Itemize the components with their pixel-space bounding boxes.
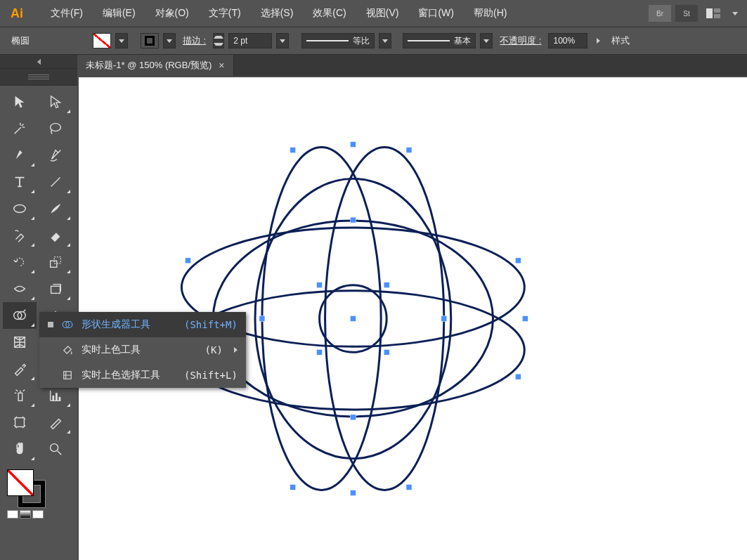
svg-rect-30 xyxy=(350,142,356,148)
slice-tool[interactable] xyxy=(39,409,72,436)
svg-point-24 xyxy=(325,148,444,490)
type-tool[interactable] xyxy=(3,169,37,195)
lasso-tool[interactable] xyxy=(39,115,72,142)
toolbox-collapse-icon[interactable] xyxy=(0,55,77,69)
app-logo-icon: Ai xyxy=(6,4,28,22)
flyout-item-shortcut: (Shift+L) xyxy=(167,370,238,381)
flyout-item-shortcut: (K) xyxy=(188,344,223,356)
zoom-tool[interactable] xyxy=(39,436,72,462)
svg-rect-42 xyxy=(384,349,389,355)
flyout-shape-builder[interactable]: 形状生成器工具 (Shift+M) xyxy=(39,312,246,337)
svg-line-4 xyxy=(51,178,60,187)
document-tabbar: 未标题-1* @ 150% (RGB/预览) × xyxy=(77,55,747,76)
menu-effect[interactable]: 效果(C) xyxy=(303,7,356,20)
svg-rect-45 xyxy=(290,484,296,490)
svg-rect-46 xyxy=(406,484,412,490)
artboard-tool[interactable] xyxy=(3,409,37,436)
live-paint-selection-icon xyxy=(60,369,74,382)
scale-tool[interactable] xyxy=(39,249,72,275)
svg-rect-37 xyxy=(350,217,356,223)
svg-rect-44 xyxy=(406,148,412,153)
brush-definition[interactable]: 基本 xyxy=(403,33,476,48)
line-tool[interactable] xyxy=(39,169,72,195)
control-bar: 椭圆 描边 : 2 pt 等比 基本 不透明度 : 100% 样式 xyxy=(0,27,747,55)
svg-rect-7 xyxy=(54,257,60,263)
svg-rect-43 xyxy=(290,148,296,153)
color-mode-icon[interactable] xyxy=(7,510,18,519)
svg-rect-39 xyxy=(317,282,323,288)
menu-window[interactable]: 窗口(W) xyxy=(408,7,464,20)
opacity-more[interactable] xyxy=(592,33,604,48)
shape-builder-tool[interactable] xyxy=(3,302,37,329)
svg-rect-50 xyxy=(515,374,521,379)
width-tool[interactable] xyxy=(3,275,37,302)
menu-object[interactable]: 对象(O) xyxy=(145,7,199,20)
submenu-caret-icon xyxy=(234,347,238,353)
svg-rect-6 xyxy=(51,261,57,267)
selected-shape-label: 椭圆 xyxy=(11,34,53,47)
menu-view[interactable]: 视图(V) xyxy=(356,7,409,20)
svg-rect-40 xyxy=(384,282,389,288)
svg-rect-38 xyxy=(350,415,356,420)
menu-edit[interactable]: 编辑(E) xyxy=(93,7,145,20)
arrange-documents-icon[interactable] xyxy=(702,5,725,22)
paintbrush-tool[interactable] xyxy=(39,195,72,222)
fill-swatch[interactable] xyxy=(93,33,111,48)
svg-rect-17 xyxy=(18,393,22,401)
hand-tool[interactable] xyxy=(3,436,37,462)
rotate-tool[interactable] xyxy=(3,249,37,275)
close-tab-icon[interactable]: × xyxy=(219,60,224,71)
menu-type[interactable]: 文字(T) xyxy=(199,7,251,20)
mesh-tool[interactable] xyxy=(3,329,37,356)
fill-stroke-indicator[interactable] xyxy=(0,465,77,519)
stroke-dropdown[interactable] xyxy=(163,33,176,48)
variable-width-dropdown[interactable] xyxy=(379,33,391,48)
arrange-dropdown[interactable] xyxy=(729,6,741,21)
gradient-mode-icon[interactable] xyxy=(20,510,31,519)
live-paint-bucket-icon xyxy=(60,344,74,356)
fill-color-box[interactable] xyxy=(7,469,34,496)
style-label[interactable]: 样式 xyxy=(611,34,630,47)
document-tab-title: 未标题-1* @ 150% (RGB/预览) xyxy=(86,59,212,72)
menu-help[interactable]: 帮助(H) xyxy=(464,7,517,20)
eraser-tool[interactable] xyxy=(39,222,72,249)
bridge-icon[interactable]: Br xyxy=(649,5,671,22)
document-tab[interactable]: 未标题-1* @ 150% (RGB/预览) × xyxy=(77,55,234,76)
pen-tool[interactable] xyxy=(3,142,37,169)
ellipse-tool[interactable] xyxy=(3,195,37,222)
flyout-live-paint-bucket[interactable]: 实时上色工具 (K) xyxy=(39,337,246,363)
menu-file[interactable]: 文件(F) xyxy=(41,7,93,20)
svg-point-22 xyxy=(51,444,58,452)
svg-rect-20 xyxy=(59,397,61,401)
none-mode-icon[interactable] xyxy=(32,510,44,519)
active-bullet-icon xyxy=(48,322,53,327)
svg-rect-31 xyxy=(350,490,356,495)
stroke-weight-input[interactable]: 2 pt xyxy=(228,33,272,48)
svg-rect-18 xyxy=(52,396,54,401)
direct-selection-tool[interactable] xyxy=(39,89,72,115)
menu-select[interactable]: 选择(S) xyxy=(251,7,304,20)
curvature-tool[interactable] xyxy=(39,142,72,169)
stroke-label: 描边 : xyxy=(183,34,206,47)
stroke-swatch[interactable] xyxy=(141,33,159,48)
magic-wand-tool[interactable] xyxy=(3,115,37,142)
opacity-input[interactable]: 100% xyxy=(548,33,587,48)
brush-dropdown[interactable] xyxy=(480,33,493,48)
stroke-weight-dropdown[interactable] xyxy=(276,33,289,48)
flyout-live-paint-selection[interactable]: 实时上色选择工具 (Shift+L) xyxy=(39,363,246,388)
selection-tool[interactable] xyxy=(3,89,37,115)
svg-rect-21 xyxy=(15,418,25,427)
free-transform-tool[interactable] xyxy=(39,275,72,302)
fill-dropdown[interactable] xyxy=(115,33,128,48)
variable-width-profile[interactable]: 等比 xyxy=(301,33,375,48)
stroke-weight-stepper[interactable] xyxy=(213,33,224,48)
symbol-sprayer-tool[interactable] xyxy=(3,382,37,409)
svg-rect-48 xyxy=(515,258,521,263)
flyout-item-label: 实时上色工具 xyxy=(82,344,141,356)
eyedropper-tool[interactable] xyxy=(3,356,37,382)
svg-rect-34 xyxy=(350,316,356,322)
flyout-item-label: 实时上色选择工具 xyxy=(82,369,160,382)
shaper-tool[interactable] xyxy=(3,222,37,249)
toolbox-grip[interactable] xyxy=(0,69,77,86)
stock-icon[interactable]: St xyxy=(675,5,698,22)
